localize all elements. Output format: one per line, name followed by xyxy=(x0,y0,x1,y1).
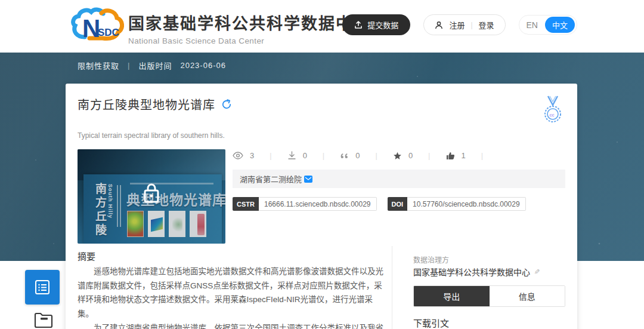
likes-stat: 1 xyxy=(446,151,466,160)
svg-text:SDC: SDC xyxy=(98,27,119,38)
lock-icon xyxy=(143,183,160,204)
login-link[interactable]: 登录 xyxy=(479,19,494,30)
site-title-block: 国家基础学科公共科学数据中心 National Basic Science Da… xyxy=(128,11,370,45)
organization-name[interactable]: 湖南省第二测绘院 xyxy=(240,173,302,185)
doi-label: DOI xyxy=(388,197,408,211)
abstract-paragraph-2: 为了建立湖南省典型地物光谱库，依据第三次全国国土调查工作分类标准以及我省实际情况… xyxy=(78,321,389,329)
user-icon xyxy=(435,21,443,29)
catalog-list-button[interactable] xyxy=(25,270,60,305)
nsdc-logo[interactable]: N SDC xyxy=(67,6,124,47)
likes-count: 1 xyxy=(462,151,466,160)
header: N SDC 国家基础学科公共科学数据中心 National Basic Scie… xyxy=(0,0,644,53)
svg-text:cc: cc xyxy=(550,112,555,118)
tab-info[interactable]: 信息 xyxy=(490,286,565,306)
citations-stat: 0 xyxy=(340,151,360,160)
star-icon xyxy=(393,152,402,160)
medal-badge-icon[interactable]: cc xyxy=(541,96,565,127)
doi-value[interactable]: 10.57760/sciencedb.nbsdc.00029 xyxy=(407,197,525,211)
quote-icon xyxy=(340,152,349,159)
paperclip-icon[interactable]: ✎ xyxy=(532,269,541,275)
governance-value-row: 国家基础学科公共科学数据中心 ✎ xyxy=(413,266,540,278)
abstract-text: 遥感地物光谱库建立包括地面实地光谱数据文件和高光谱影像波谱数据文件以及光谱库附属… xyxy=(78,265,389,329)
meta-separator: | xyxy=(128,61,130,70)
downloads-count: 0 xyxy=(303,151,307,160)
cstr-value[interactable]: 16666.11.sciencedb.nbsdc.00029 xyxy=(259,197,377,211)
thumbs-up-icon xyxy=(446,152,455,160)
doi-chip: DOI 10.57760/sciencedb.nbsdc.00029 xyxy=(388,197,526,211)
header-actions: 提交数据 注册 | 登录 EN 中文 xyxy=(342,14,577,35)
submit-data-button[interactable]: 提交数据 xyxy=(342,14,410,35)
auth-group: 注册 | 登录 xyxy=(423,14,505,35)
site-title-cn: 国家基础学科公共科学数据中心 xyxy=(128,11,370,34)
list-icon xyxy=(33,278,51,296)
dataset-card: 南方丘陵典型地物光谱库 cc Typical terrain spectral … xyxy=(66,84,577,329)
dataset-subtitle-en: Typical terrain spectral library of sout… xyxy=(78,131,225,140)
site-title-en: National Basic Science Data Center xyxy=(128,36,370,45)
language-switcher: EN 中文 xyxy=(519,15,577,35)
views-stat: 3 xyxy=(233,151,254,160)
lang-zh-button[interactable]: 中文 xyxy=(545,17,575,33)
export-info-tabs: 导出 信息 xyxy=(413,285,565,307)
access-type-label: 限制性获取 xyxy=(78,60,119,71)
download-citation-label[interactable]: 下载引文 xyxy=(413,316,449,329)
abstract-paragraph-1: 遥感地物光谱库建立包括地面实地光谱数据文件和高光谱影像波谱数据文件以及光谱库附属… xyxy=(78,265,389,321)
downloads-stat: 0 xyxy=(287,151,307,160)
publish-time-label: 出版时间 xyxy=(138,60,172,71)
abstract-heading: 摘要 xyxy=(78,250,95,262)
lang-en-button[interactable]: EN xyxy=(527,19,543,31)
organization-bar: 湖南省第二测绘院 xyxy=(233,170,565,188)
governance-label: 数据治理方 xyxy=(413,254,449,265)
upload-icon xyxy=(354,21,363,29)
favorites-count: 0 xyxy=(408,151,413,160)
governance-value[interactable]: 国家基础学科公共科学数据中心 xyxy=(413,266,530,278)
cstr-label: CSTR xyxy=(233,197,259,211)
citations-count: 0 xyxy=(355,151,360,160)
register-link[interactable]: 注册 xyxy=(449,19,465,30)
views-count: 3 xyxy=(250,151,254,160)
favorites-stat: 0 xyxy=(393,151,413,160)
folder-button[interactable] xyxy=(33,312,54,329)
dataset-meta-bar: 限制性获取 | 出版时间 2023-06-06 xyxy=(78,60,226,71)
refresh-icon[interactable] xyxy=(221,99,232,110)
tab-export[interactable]: 导出 xyxy=(414,286,490,306)
download-icon xyxy=(287,151,296,160)
folder-icon xyxy=(33,312,54,329)
cstr-chip: CSTR 16666.11.sciencedb.nbsdc.00029 xyxy=(233,197,377,211)
submit-data-label: 提交数据 xyxy=(367,19,398,30)
identifier-row: CSTR 16666.11.sciencedb.nbsdc.00029 DOI … xyxy=(233,197,526,211)
page: N SDC 国家基础学科公共科学数据中心 National Basic Scie… xyxy=(0,0,644,329)
email-icon[interactable] xyxy=(304,176,312,183)
publish-date: 2023-06-06 xyxy=(180,61,226,70)
dataset-title: 南方丘陵典型地物光谱库 xyxy=(78,96,215,113)
eye-icon xyxy=(233,152,243,159)
stats-row: 3 | 0 | 0 | 0 | xyxy=(233,151,499,160)
dataset-cover-image[interactable]: 南方丘陵 South Hilly 典型地物光谱库 xyxy=(78,149,225,244)
auth-separator: | xyxy=(470,21,472,29)
vertical-divider xyxy=(392,246,392,329)
